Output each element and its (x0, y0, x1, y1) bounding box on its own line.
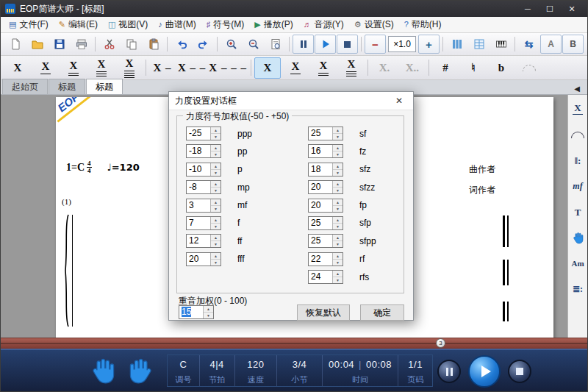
spinner-sfzz-value[interactable]: 20 (309, 181, 332, 193)
spinner-pp-down[interactable]: ▼ (211, 152, 220, 157)
spinner-rfs-down[interactable]: ▼ (333, 277, 343, 283)
spinner-fp-down[interactable]: ▼ (333, 206, 343, 212)
collapse-panel-arrow-icon[interactable]: ◀ (568, 85, 586, 94)
restore-defaults-button[interactable]: 恢复默认 (297, 304, 350, 321)
menu-edit[interactable]: ✎编辑(E) (54, 17, 103, 32)
spinner-rf-value[interactable]: 22 (309, 253, 332, 266)
pause-button[interactable] (437, 360, 461, 383)
spinner-f-value[interactable]: 7 (187, 217, 210, 229)
piano-roll-button[interactable] (490, 35, 512, 54)
menu-view[interactable]: ◫视图(V) (103, 17, 153, 32)
spinner-fff-up[interactable]: ▲ (211, 253, 220, 260)
tab-1[interactable]: 标题 (49, 79, 85, 94)
right-hand-toggle[interactable] (129, 357, 155, 385)
note-symbol-button-11[interactable]: X (282, 57, 309, 79)
chord-tool[interactable]: Am (570, 255, 586, 271)
note-symbol-button-3[interactable]: X (88, 57, 115, 79)
spinner-rf-down[interactable]: ▼ (333, 260, 343, 266)
measure-position-slider[interactable]: 3 (1, 338, 587, 349)
note-symbol-button-4[interactable]: X (116, 57, 143, 79)
repeat-barline-tool[interactable]: ‖: (570, 152, 586, 168)
open-button[interactable] (26, 35, 48, 54)
note-symbol-button-10[interactable]: X (254, 57, 281, 79)
tab-2-active[interactable]: 标题 (86, 79, 123, 94)
note-symbol-button-1[interactable]: X (32, 57, 59, 79)
b-mode-button[interactable]: B (562, 35, 584, 54)
spinner-sf-up[interactable]: ▲ (333, 127, 343, 134)
spinner-sfz-down[interactable]: ▼ (333, 170, 343, 176)
undo-button[interactable] (171, 35, 192, 54)
spinner-fp-up[interactable]: ▲ (333, 199, 343, 206)
slur-tool[interactable] (570, 126, 586, 143)
accent-spinner-down[interactable]: ▼ (204, 313, 213, 318)
spinner-sfp-value[interactable]: 25 (309, 217, 332, 229)
spinner-ff-down[interactable]: ▼ (211, 241, 220, 247)
spinner-sfpp-up[interactable]: ▲ (333, 235, 343, 241)
note-tool[interactable]: X (570, 101, 586, 117)
pause-button-toolbar[interactable] (293, 35, 314, 54)
accent-spinner-up[interactable]: ▲ (204, 306, 213, 313)
print-button[interactable] (71, 35, 92, 54)
spinner-p-value[interactable]: -10 (187, 163, 210, 176)
note-symbol-button-2[interactable]: X (60, 57, 87, 79)
zoom-increase-button[interactable]: + (418, 35, 440, 54)
play-button[interactable] (468, 355, 501, 388)
slider-thumb[interactable]: 3 (436, 338, 445, 348)
stop-button[interactable] (508, 360, 531, 383)
note-symbol-button-19[interactable]: ♮ (460, 57, 487, 79)
spinner-rf-up[interactable]: ▲ (333, 253, 343, 260)
spinner-sfzz-down[interactable]: ▼ (333, 188, 343, 193)
spinner-mf-value[interactable]: 3 (187, 199, 210, 212)
menu-file[interactable]: ▤文件(F) (4, 17, 54, 32)
spinner-sfz-value[interactable]: 18 (309, 163, 332, 176)
spinner-mp-value[interactable]: -8 (187, 181, 210, 193)
note-symbol-button-18[interactable]: # (432, 57, 459, 79)
column-view-button[interactable] (446, 35, 467, 54)
ok-button[interactable]: 确定 (360, 304, 404, 321)
spinner-fz-value[interactable]: 16 (309, 145, 332, 157)
redo-button[interactable] (193, 35, 214, 54)
note-symbol-button-7[interactable]: X – – (177, 57, 207, 79)
spinner-p-up[interactable]: ▲ (211, 163, 220, 170)
note-symbol-button-0[interactable]: X (4, 57, 31, 79)
spinner-mp-up[interactable]: ▲ (211, 181, 220, 188)
text-tool[interactable]: T (570, 204, 586, 220)
new-button[interactable] (4, 35, 26, 54)
spinner-mf-down[interactable]: ▼ (211, 206, 220, 212)
minimize-button[interactable]: ─ (517, 1, 539, 17)
spinner-sfp-up[interactable]: ▲ (333, 217, 343, 224)
a-mode-button[interactable]: A (540, 35, 562, 54)
spinner-sfp-down[interactable]: ▼ (333, 224, 343, 229)
tab-0[interactable]: 起始页 (2, 79, 48, 94)
spinner-p-down[interactable]: ▼ (211, 170, 220, 176)
spinner-ppp-down[interactable]: ▼ (211, 134, 220, 140)
spinner-sfpp-down[interactable]: ▼ (333, 241, 343, 247)
spinner-sfz-up[interactable]: ▲ (333, 163, 343, 170)
menu-score[interactable]: ♪曲谱(M) (153, 17, 201, 32)
menu-help[interactable]: ?帮助(H) (399, 17, 447, 32)
zoom-in-button[interactable] (220, 35, 242, 54)
note-symbol-button-13[interactable]: X (338, 57, 365, 79)
spinner-sfzz-up[interactable]: ▲ (333, 181, 343, 188)
spinner-sf-value[interactable]: 25 (309, 127, 332, 140)
spinner-ppp-up[interactable]: ▲ (211, 127, 220, 134)
spinner-f-down[interactable]: ▼ (211, 224, 220, 229)
spinner-f-up[interactable]: ▲ (211, 217, 220, 224)
spinner-ppp-value[interactable]: -25 (187, 127, 210, 140)
spinner-ff-up[interactable]: ▲ (211, 235, 220, 241)
menu-playback[interactable]: ▶播放(P) (249, 17, 298, 32)
cut-button[interactable] (98, 35, 120, 54)
spinner-mp-down[interactable]: ▼ (211, 188, 220, 193)
accent-spinner-value[interactable]: 15 (179, 306, 203, 318)
note-symbol-button-16[interactable]: X.. (399, 57, 426, 79)
spinner-fz-up[interactable]: ▲ (333, 145, 343, 152)
spinner-fp-value[interactable]: 20 (309, 199, 332, 212)
spinner-sf-down[interactable]: ▼ (333, 134, 343, 140)
menu-symbol[interactable]: ♯符号(M) (201, 17, 250, 32)
stop-button-toolbar[interactable] (337, 35, 358, 54)
swap-tracks-button[interactable]: ⇆ (518, 35, 539, 54)
save-button[interactable] (49, 35, 70, 54)
dynamics-tool[interactable]: mf (570, 178, 586, 194)
spinner-fff-value[interactable]: 20 (187, 253, 210, 266)
note-symbol-button-6[interactable]: X – (149, 57, 176, 79)
